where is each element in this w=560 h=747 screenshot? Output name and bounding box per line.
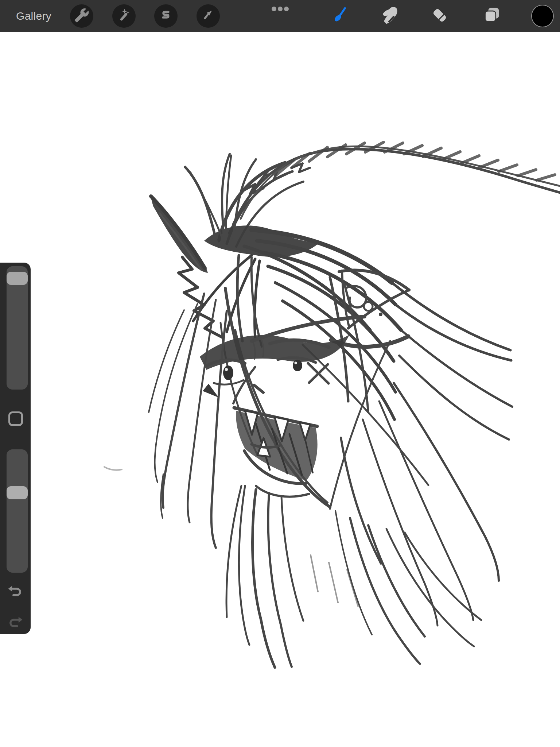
wrench-icon	[74, 8, 89, 24]
layers-button[interactable]	[481, 5, 503, 27]
redo-icon	[7, 626, 23, 632]
transform-arrow-icon	[201, 8, 216, 24]
layers-icon	[482, 5, 502, 27]
paintbrush-icon	[329, 5, 349, 27]
brush-size-slider[interactable]	[7, 266, 28, 390]
undo-icon	[7, 595, 23, 601]
drawing-canvas[interactable]	[0, 0, 560, 747]
left-sidebar	[0, 263, 31, 634]
transform-button[interactable]	[197, 4, 220, 28]
top-toolbar: Gallery	[0, 0, 560, 32]
paint-tool-button[interactable]	[328, 5, 350, 27]
magic-wand-icon	[116, 8, 132, 24]
ellipsis-icon	[278, 7, 283, 11]
gallery-button[interactable]: Gallery	[16, 0, 51, 32]
smudge-tool-button[interactable]	[378, 5, 400, 27]
ellipsis-icon	[272, 7, 276, 11]
undo-button[interactable]	[7, 584, 23, 600]
color-swatch[interactable]	[531, 5, 554, 27]
canvas-artwork	[0, 0, 560, 747]
canvas-options-button[interactable]	[270, 6, 290, 12]
selection-s-icon	[158, 8, 174, 24]
brush-opacity-handle[interactable]	[7, 486, 28, 499]
erase-tool-button[interactable]	[429, 5, 451, 27]
eraser-icon	[430, 5, 450, 27]
brush-opacity-slider[interactable]	[7, 449, 28, 573]
selection-button[interactable]	[154, 4, 178, 28]
adjustments-button[interactable]	[112, 4, 136, 28]
actions-button[interactable]	[70, 4, 93, 28]
brush-size-handle[interactable]	[7, 272, 28, 285]
smudge-finger-icon	[380, 5, 399, 27]
modify-button[interactable]	[8, 411, 23, 426]
redo-button[interactable]	[7, 615, 23, 631]
ellipsis-icon	[284, 7, 289, 11]
